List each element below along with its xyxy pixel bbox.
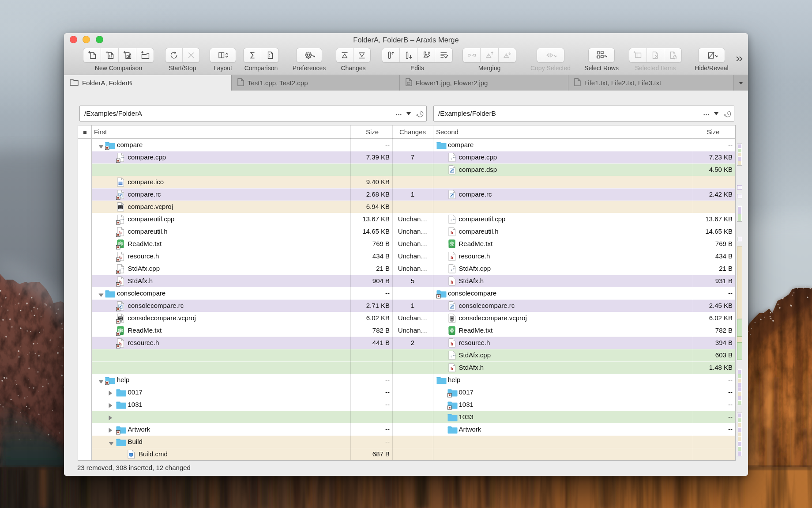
item-size: 21 B	[351, 262, 390, 275]
table-row[interactable]: compare.dsp4.50 KB	[78, 163, 735, 176]
disclosure-closed-icon[interactable]	[109, 402, 113, 410]
table-row[interactable]: 1033--	[78, 411, 735, 423]
previous-change-button[interactable]	[336, 48, 353, 62]
tab-test1-cpp[interactable]: Test1.cpp, Test2.cpp	[232, 75, 400, 91]
remove-markers-button[interactable]	[417, 48, 435, 62]
overview-bar-green	[737, 342, 742, 360]
copy-selected-button[interactable]	[537, 48, 564, 62]
next-edit-button[interactable]	[399, 48, 417, 62]
disclosure-closed-icon[interactable]	[109, 390, 113, 398]
table-row[interactable]: consolecompare-- consolecompare--	[78, 287, 735, 299]
delete-items-button[interactable]	[647, 48, 664, 62]
conflict-down-button[interactable]	[498, 48, 516, 62]
disclosure-open-icon[interactable]	[98, 378, 104, 386]
table-row[interactable]: compare.ico9.40 KB	[78, 176, 735, 188]
table-row[interactable]: h resource.h434 B hresource.h434 BUnchan…	[78, 250, 735, 262]
table-row[interactable]: ReadMe.txt782 B ReadMe.txt782 BUnchan…	[78, 324, 735, 337]
file-icon-h: h	[447, 363, 456, 375]
row-highlight-beige	[91, 436, 735, 448]
new-text-comparison-button[interactable]	[83, 48, 101, 62]
item-size: 9.40 KB	[351, 176, 390, 188]
file-icon-cpp: c++	[447, 264, 456, 276]
second-path-field[interactable]: /Examples/FolderB …	[433, 106, 734, 121]
new-rows-button[interactable]	[629, 48, 647, 62]
disclosure-open-icon[interactable]	[109, 440, 114, 447]
column-header-size-first[interactable]: Size	[354, 125, 390, 138]
table-row[interactable]: c++StdAfx.cpp603 B	[78, 349, 735, 361]
toolbar-buttons	[336, 48, 371, 63]
conflict-up-button[interactable]	[480, 48, 498, 62]
table-row[interactable]: consolecompare.rc2.71 KB consolecompare.…	[78, 299, 735, 312]
layout-button[interactable]	[210, 48, 236, 62]
column-header-size-second[interactable]: Size	[695, 125, 731, 138]
tab-list-button[interactable]	[734, 75, 748, 91]
disclosure-open-icon[interactable]	[98, 291, 104, 299]
table-row[interactable]: c++ compare.cpp7.39 KB c++compare.cpp7.2…	[78, 151, 735, 163]
table-row[interactable]: Build--	[78, 436, 735, 448]
overview-mark-beige	[738, 392, 741, 396]
table-row[interactable]: c++ StdAfx.cpp21 B c++StdAfx.cpp21 BUnch…	[78, 262, 735, 275]
report-button[interactable]	[261, 48, 278, 62]
merge-arrows-button[interactable]	[463, 48, 480, 62]
select-rows-button[interactable]	[589, 48, 614, 62]
tab-foldera[interactable]: FolderA, FolderB	[64, 75, 232, 91]
next-edit-icon	[403, 50, 414, 61]
table-row[interactable]: consolecompare.vcproj6.02 KB consolecomp…	[78, 312, 735, 324]
first-path-field[interactable]: /Examples/FolderA …	[79, 106, 427, 121]
window-titlebar[interactable]: FolderA, FolderB – Araxis Merge	[64, 33, 748, 46]
preferences-gear-button[interactable]	[297, 48, 322, 62]
statistics-button[interactable]	[244, 48, 261, 62]
toolbar-buttons	[382, 48, 453, 63]
copy-selected-icon	[545, 50, 556, 61]
overview-strip[interactable]	[737, 91, 743, 476]
item-name: 0017	[128, 386, 143, 398]
table-row[interactable]: hStdAfx.h1.48 KB	[78, 361, 735, 374]
svg-text:++: ++	[452, 353, 455, 356]
accept-edits-button[interactable]	[435, 48, 452, 62]
table-row[interactable]: Build.cmd687 B	[78, 448, 735, 460]
item-name: resource.h	[459, 250, 490, 262]
first-path-dropdown-icon[interactable]	[406, 112, 411, 115]
table-row[interactable]: compare.vcproj6.94 KB	[78, 201, 735, 213]
table-row[interactable]: compare-- compare--	[78, 139, 735, 151]
column-header-second[interactable]: Second	[436, 125, 459, 138]
restart-button[interactable]	[165, 48, 182, 62]
toolbar-group-label: New Comparison	[95, 64, 142, 72]
table-row[interactable]: ReadMe.txt769 B ReadMe.txt769 BUnchan…	[78, 238, 735, 250]
table-row[interactable]: c++ compareutil.cpp13.67 KB c++compareut…	[78, 213, 735, 225]
previous-edit-button[interactable]	[382, 48, 399, 62]
browse-first-button[interactable]: …	[395, 106, 402, 120]
changes-count: Unchan…	[392, 225, 433, 238]
table-row[interactable]: 0017-- 0017--	[78, 386, 735, 398]
refresh-items-button[interactable]	[664, 48, 681, 62]
table-row[interactable]: help-- help--	[78, 374, 735, 386]
second-path-dropdown-icon[interactable]	[714, 112, 718, 115]
new-image-comparison-button[interactable]	[118, 48, 136, 62]
toolbar-group-new-comparison: 01New Comparison	[83, 48, 154, 63]
new-folder-comparison-button[interactable]	[136, 48, 154, 62]
item-size: 434 B	[351, 250, 390, 262]
column-header-changes[interactable]: Changes	[392, 125, 433, 138]
disclosure-closed-icon[interactable]	[109, 427, 113, 435]
item-size: 13.67 KB	[694, 213, 733, 225]
second-path-history-icon[interactable]	[722, 109, 732, 121]
item-name: compare	[448, 139, 474, 151]
first-path-history-icon[interactable]	[415, 109, 425, 121]
table-row[interactable]: compare.rc2.68 KB compare.rc2.42 KB1	[78, 188, 735, 201]
table-row[interactable]: Artwork-- Artwork--	[78, 423, 735, 436]
next-change-button[interactable]	[353, 48, 370, 62]
tab-life1-txt[interactable]: Life1.txt, Life2.txt, Life3.txt	[568, 75, 734, 91]
table-row[interactable]: 1031-- 1031--	[78, 398, 735, 411]
disclosure-open-icon[interactable]	[98, 143, 104, 151]
stop-button[interactable]	[182, 48, 199, 62]
table-row[interactable]: h StdAfx.h904 B hStdAfx.h931 B5	[78, 275, 735, 287]
hide-reveal-button[interactable]	[699, 48, 725, 62]
table-row[interactable]: h resource.h441 B hresource.h394 B2	[78, 337, 735, 349]
tab-flower1-jpg[interactable]: Flower1.jpg, Flower2.jpg	[400, 75, 568, 91]
column-header-first[interactable]: First	[94, 125, 107, 138]
toolbar-overflow-button[interactable]: »	[736, 52, 742, 64]
disclosure-closed-icon[interactable]	[109, 414, 113, 422]
table-row[interactable]: h compareutil.h14.65 KB hcompareutil.h14…	[78, 225, 735, 238]
new-binary-comparison-button[interactable]: 01	[101, 48, 118, 62]
browse-second-button[interactable]: …	[703, 106, 710, 120]
